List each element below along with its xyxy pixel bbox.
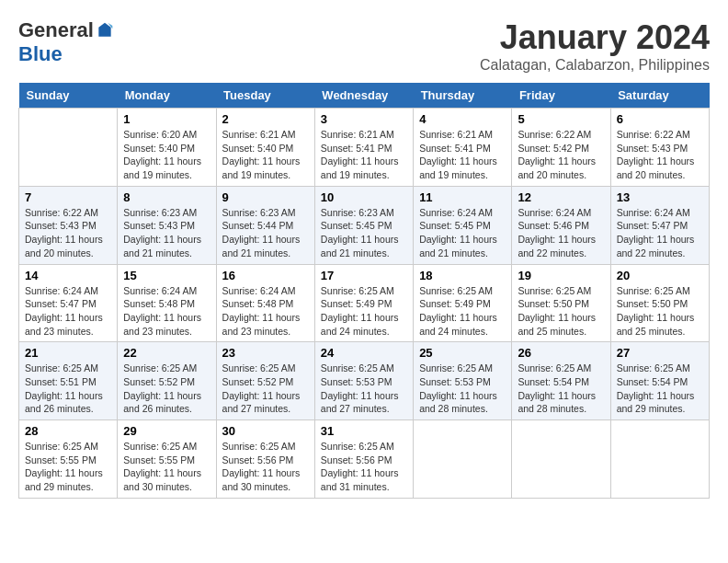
day-number: 16 [222, 269, 309, 282]
calendar-table: SundayMondayTuesdayWednesdayThursdayFrid… [18, 83, 710, 499]
weekday-header-row: SundayMondayTuesdayWednesdayThursdayFrid… [19, 83, 710, 109]
day-info: Sunrise: 6:21 AMSunset: 5:41 PMDaylight:… [419, 128, 506, 182]
day-info: Sunrise: 6:23 AMSunset: 5:43 PMDaylight:… [123, 206, 210, 260]
logo-icon [96, 21, 114, 40]
day-info: Sunrise: 6:25 AMSunset: 5:56 PMDaylight:… [321, 440, 407, 494]
calendar-cell: 29Sunrise: 6:25 AMSunset: 5:55 PMDayligh… [118, 420, 216, 499]
calendar-cell: 4Sunrise: 6:21 AMSunset: 5:41 PMDaylight… [414, 109, 512, 187]
day-number: 10 [321, 190, 407, 204]
month-title: January 2024 [480, 18, 710, 57]
day-info: Sunrise: 6:25 AMSunset: 5:55 PMDaylight:… [25, 440, 111, 494]
day-number: 21 [25, 346, 111, 360]
day-info: Sunrise: 6:25 AMSunset: 5:51 PMDaylight:… [25, 362, 111, 416]
day-number: 12 [518, 190, 604, 204]
calendar-cell [414, 420, 512, 499]
day-number: 20 [617, 269, 703, 282]
calendar-cell: 12Sunrise: 6:24 AMSunset: 5:46 PMDayligh… [512, 186, 610, 264]
day-number: 25 [419, 346, 506, 360]
calendar-cell: 21Sunrise: 6:25 AMSunset: 5:51 PMDayligh… [19, 342, 118, 420]
calendar-cell: 31Sunrise: 6:25 AMSunset: 5:56 PMDayligh… [314, 420, 413, 499]
calendar-week-2: 7Sunrise: 6:22 AMSunset: 5:43 PMDaylight… [19, 186, 710, 264]
day-info: Sunrise: 6:24 AMSunset: 5:48 PMDaylight:… [222, 284, 309, 339]
calendar-cell: 5Sunrise: 6:22 AMSunset: 5:42 PMDaylight… [512, 109, 610, 187]
day-number: 2 [222, 112, 309, 126]
day-number: 6 [617, 112, 703, 126]
calendar-week-1: 1Sunrise: 6:20 AMSunset: 5:40 PMDaylight… [19, 109, 710, 187]
day-number: 17 [321, 269, 407, 282]
logo: General Blue [18, 18, 114, 66]
location: Calatagan, Calabarzon, Philippines [480, 57, 710, 74]
day-info: Sunrise: 6:22 AMSunset: 5:43 PMDaylight:… [25, 206, 111, 260]
day-info: Sunrise: 6:24 AMSunset: 5:46 PMDaylight:… [518, 206, 604, 260]
calendar-cell: 28Sunrise: 6:25 AMSunset: 5:55 PMDayligh… [19, 420, 118, 499]
calendar-cell: 11Sunrise: 6:24 AMSunset: 5:45 PMDayligh… [414, 186, 512, 264]
calendar-cell: 8Sunrise: 6:23 AMSunset: 5:43 PMDaylight… [118, 186, 216, 264]
day-info: Sunrise: 6:25 AMSunset: 5:49 PMDaylight:… [321, 284, 407, 339]
day-number: 11 [419, 190, 506, 204]
day-info: Sunrise: 6:20 AMSunset: 5:40 PMDaylight:… [123, 128, 210, 182]
day-info: Sunrise: 6:24 AMSunset: 5:47 PMDaylight:… [25, 284, 111, 339]
calendar-week-5: 28Sunrise: 6:25 AMSunset: 5:55 PMDayligh… [19, 420, 710, 499]
day-info: Sunrise: 6:25 AMSunset: 5:53 PMDaylight:… [321, 362, 407, 416]
day-number: 3 [321, 112, 407, 126]
calendar-cell: 19Sunrise: 6:25 AMSunset: 5:50 PMDayligh… [512, 264, 610, 342]
day-number: 24 [321, 346, 407, 360]
calendar-cell: 14Sunrise: 6:24 AMSunset: 5:47 PMDayligh… [19, 264, 118, 342]
calendar-cell: 18Sunrise: 6:25 AMSunset: 5:49 PMDayligh… [414, 264, 512, 342]
calendar-cell [512, 420, 610, 499]
logo-blue: Blue [18, 42, 63, 66]
day-info: Sunrise: 6:25 AMSunset: 5:52 PMDaylight:… [123, 362, 210, 416]
day-number: 8 [123, 190, 210, 204]
day-info: Sunrise: 6:25 AMSunset: 5:50 PMDaylight:… [518, 284, 604, 339]
day-number: 5 [518, 112, 604, 126]
calendar-cell: 10Sunrise: 6:23 AMSunset: 5:45 PMDayligh… [314, 186, 413, 264]
day-info: Sunrise: 6:22 AMSunset: 5:43 PMDaylight:… [617, 128, 703, 182]
calendar-cell: 7Sunrise: 6:22 AMSunset: 5:43 PMDaylight… [19, 186, 118, 264]
calendar-cell: 9Sunrise: 6:23 AMSunset: 5:44 PMDaylight… [216, 186, 314, 264]
day-number: 22 [123, 346, 210, 360]
day-number: 13 [617, 190, 703, 204]
weekday-header-tuesday: Tuesday [216, 83, 314, 109]
calendar-cell: 16Sunrise: 6:24 AMSunset: 5:48 PMDayligh… [216, 264, 314, 342]
logo-general: General [18, 18, 94, 42]
calendar-cell: 22Sunrise: 6:25 AMSunset: 5:52 PMDayligh… [118, 342, 216, 420]
calendar-cell: 17Sunrise: 6:25 AMSunset: 5:49 PMDayligh… [314, 264, 413, 342]
day-number: 23 [222, 346, 309, 360]
day-info: Sunrise: 6:23 AMSunset: 5:45 PMDaylight:… [321, 206, 407, 260]
calendar-cell [19, 109, 118, 187]
calendar-cell: 6Sunrise: 6:22 AMSunset: 5:43 PMDaylight… [610, 109, 709, 187]
day-info: Sunrise: 6:25 AMSunset: 5:56 PMDaylight:… [222, 440, 309, 494]
calendar-cell: 24Sunrise: 6:25 AMSunset: 5:53 PMDayligh… [314, 342, 413, 420]
day-number: 1 [123, 112, 210, 126]
day-info: Sunrise: 6:24 AMSunset: 5:47 PMDaylight:… [617, 206, 703, 260]
calendar-cell: 27Sunrise: 6:25 AMSunset: 5:54 PMDayligh… [610, 342, 709, 420]
day-number: 9 [222, 190, 309, 204]
calendar-week-4: 21Sunrise: 6:25 AMSunset: 5:51 PMDayligh… [19, 342, 710, 420]
day-info: Sunrise: 6:25 AMSunset: 5:53 PMDaylight:… [419, 362, 506, 416]
day-number: 26 [518, 346, 604, 360]
calendar-cell [610, 420, 709, 499]
calendar-cell: 25Sunrise: 6:25 AMSunset: 5:53 PMDayligh… [414, 342, 512, 420]
day-info: Sunrise: 6:25 AMSunset: 5:49 PMDaylight:… [419, 284, 506, 339]
day-number: 15 [123, 269, 210, 282]
calendar-cell: 30Sunrise: 6:25 AMSunset: 5:56 PMDayligh… [216, 420, 314, 499]
calendar-week-3: 14Sunrise: 6:24 AMSunset: 5:47 PMDayligh… [19, 264, 710, 342]
day-info: Sunrise: 6:22 AMSunset: 5:42 PMDaylight:… [518, 128, 604, 182]
day-info: Sunrise: 6:23 AMSunset: 5:44 PMDaylight:… [222, 206, 309, 260]
day-number: 30 [222, 424, 309, 438]
day-info: Sunrise: 6:25 AMSunset: 5:50 PMDaylight:… [617, 284, 703, 339]
calendar-cell: 23Sunrise: 6:25 AMSunset: 5:52 PMDayligh… [216, 342, 314, 420]
calendar-cell: 26Sunrise: 6:25 AMSunset: 5:54 PMDayligh… [512, 342, 610, 420]
calendar-cell: 20Sunrise: 6:25 AMSunset: 5:50 PMDayligh… [610, 264, 709, 342]
day-info: Sunrise: 6:25 AMSunset: 5:54 PMDaylight:… [617, 362, 703, 416]
day-number: 29 [123, 424, 210, 438]
title-section: January 2024 Calatagan, Calabarzon, Phil… [480, 18, 710, 74]
weekday-header-saturday: Saturday [610, 83, 709, 109]
weekday-header-wednesday: Wednesday [314, 83, 413, 109]
day-number: 14 [25, 269, 111, 282]
day-info: Sunrise: 6:25 AMSunset: 5:54 PMDaylight:… [518, 362, 604, 416]
day-info: Sunrise: 6:24 AMSunset: 5:45 PMDaylight:… [419, 206, 506, 260]
day-number: 19 [518, 269, 604, 282]
day-info: Sunrise: 6:25 AMSunset: 5:52 PMDaylight:… [222, 362, 309, 416]
weekday-header-monday: Monday [118, 83, 216, 109]
